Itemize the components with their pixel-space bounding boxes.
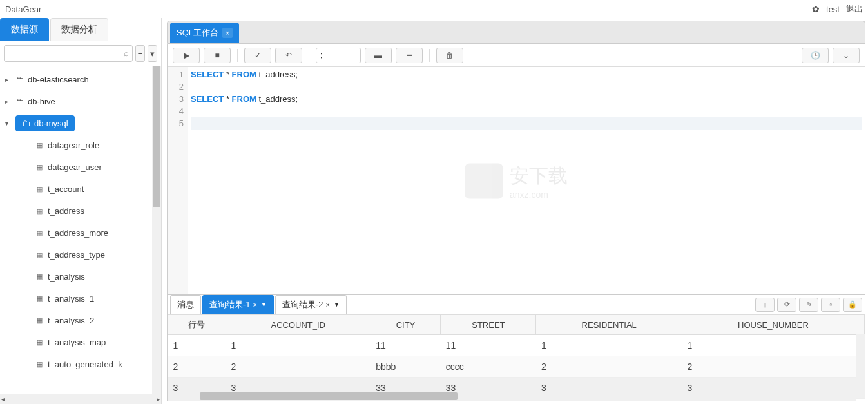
tree-table-item[interactable]: ▦t_account	[0, 178, 161, 200]
tree-table-item[interactable]: ▦t_address_type	[0, 244, 161, 265]
tree-node-hive[interactable]: ▸ 🗀 db-hive	[0, 90, 161, 112]
tree-table-item[interactable]: ▦t_analysis_map	[0, 331, 161, 353]
tree-table-item[interactable]: ▦t_address_more	[0, 222, 161, 244]
datasource-tree: ▸ 🗀 db-elasticsearch ▸ 🗀 db-hive ▾ 🗀 db-…	[0, 66, 161, 394]
view-button[interactable]: ♀	[821, 298, 840, 312]
tree-scrollbar[interactable]	[152, 66, 161, 394]
commit-button[interactable]: ✓	[244, 48, 271, 63]
tab-result-2[interactable]: 查询结果-2×▼	[275, 295, 347, 314]
left-tabs: 数据源 数据分析	[0, 18, 161, 41]
table-icon: ▦	[36, 360, 43, 369]
close-icon[interactable]: ×	[325, 301, 329, 309]
expand-button[interactable]: ⌄	[833, 48, 860, 63]
folder-icon: 🗀	[22, 119, 30, 128]
table-icon: ▦	[36, 316, 43, 325]
tree-table-item[interactable]: ▦datagear_role	[0, 134, 161, 156]
delimiter-input[interactable]	[316, 48, 361, 63]
rollback-button[interactable]: ↶	[275, 48, 302, 63]
tree-hscroll[interactable]: ◂▸	[0, 394, 161, 404]
app-header: DataGear ✿ test 退出	[0, 0, 868, 18]
grid-vscroll[interactable]	[856, 334, 865, 392]
caret-icon: ▸	[5, 98, 12, 105]
app-title: DataGear	[5, 5, 41, 14]
search-icon[interactable]: ⌕	[124, 48, 129, 58]
stop-button[interactable]: ■	[204, 48, 231, 63]
table-icon: ▦	[36, 163, 43, 171]
column-header[interactable]: CITY	[371, 315, 441, 335]
left-panel: 数据源 数据分析 ⌕ + ▾ ▸ 🗀 db-elasticsearch ▸	[0, 18, 162, 404]
table-icon: ▦	[36, 273, 43, 281]
settings-icon[interactable]: ✿	[812, 4, 820, 14]
search-input[interactable]	[4, 45, 133, 62]
column-header[interactable]: ACCOUNT_ID	[226, 315, 371, 335]
refresh-button[interactable]: ⟳	[777, 298, 796, 312]
results-panel: 消息 查询结果-1×▼ 查询结果-2×▼ ↓ ⟳ ✎ ♀ 🔒	[168, 294, 865, 401]
grid-hscroll[interactable]	[168, 392, 856, 401]
column-header[interactable]: HOUSE_NUMBER	[682, 315, 864, 335]
user-name[interactable]: test	[826, 5, 840, 14]
history-button[interactable]: 🕒	[802, 48, 829, 63]
logout-link[interactable]: 退出	[846, 3, 863, 15]
table-icon: ▦	[36, 251, 43, 259]
caret-icon: ▸	[5, 76, 12, 83]
close-icon[interactable]: ×	[253, 301, 257, 309]
clear-button[interactable]: 🗑	[436, 48, 463, 63]
tab-result-1[interactable]: 查询结果-1×▼	[202, 295, 274, 314]
tree-table-item[interactable]: ▦t_analysis_1	[0, 287, 161, 309]
tab-datasource[interactable]: 数据源	[0, 18, 49, 41]
column-header[interactable]: 行号	[168, 315, 226, 335]
result-grid[interactable]: 行号ACCOUNT_IDCITYSTREETRESIDENTIALHOUSE_N…	[168, 314, 865, 401]
edit-button[interactable]: ✎	[799, 298, 818, 312]
folder-icon: 🗀	[15, 75, 24, 84]
more-button[interactable]: ▾	[148, 45, 157, 62]
tree-table-item[interactable]: ▦t_analysis_2	[0, 309, 161, 331]
lock-button[interactable]: 🔒	[843, 298, 862, 312]
sql-editor[interactable]: 12345 SELECT * FROM t_address;SELECT * F…	[168, 67, 865, 294]
tree-table-item[interactable]: ▦t_address	[0, 200, 161, 222]
table-icon: ▦	[36, 229, 43, 237]
chevron-down-icon[interactable]: ▼	[334, 302, 340, 308]
sql-toolbar: ▶ ■ ✓ ↶ ▬ ━ 🗑 🕒 ⌄	[168, 44, 865, 67]
table-row[interactable]: 22bbbbcccc22	[168, 356, 865, 378]
table-icon: ▦	[36, 141, 43, 149]
table-icon: ▦	[36, 294, 43, 303]
caret-icon: ▾	[5, 120, 12, 127]
tree-table-item[interactable]: ▦datagear_user	[0, 156, 161, 178]
close-icon[interactable]: ×	[222, 28, 233, 38]
download-button[interactable]: ↓	[755, 298, 775, 312]
run-button[interactable]: ▶	[173, 48, 200, 63]
table-icon: ▦	[36, 338, 43, 347]
tool-btn-1[interactable]: ▬	[365, 48, 392, 63]
tool-btn-2[interactable]: ━	[396, 48, 423, 63]
folder-icon: 🗀	[15, 97, 24, 106]
column-header[interactable]: STREET	[441, 315, 536, 335]
tab-analysis[interactable]: 数据分析	[50, 18, 108, 41]
column-header[interactable]: RESIDENTIAL	[536, 315, 682, 335]
tree-table-item[interactable]: ▦t_auto_generated_k	[0, 353, 161, 375]
tab-messages[interactable]: 消息	[170, 295, 201, 314]
tab-sql-workspace[interactable]: SQL工作台 ×	[170, 23, 239, 43]
table-row[interactable]: 11111111	[168, 335, 865, 356]
tree-node-elasticsearch[interactable]: ▸ 🗀 db-elasticsearch	[0, 68, 161, 90]
table-icon: ▦	[36, 185, 43, 193]
table-icon: ▦	[36, 207, 43, 215]
tree-node-mysql[interactable]: ▾ 🗀 db-mysql	[0, 112, 161, 134]
chevron-down-icon[interactable]: ▼	[261, 302, 267, 308]
tree-table-item[interactable]: ▦t_analysis	[0, 265, 161, 287]
add-button[interactable]: +	[135, 45, 145, 62]
